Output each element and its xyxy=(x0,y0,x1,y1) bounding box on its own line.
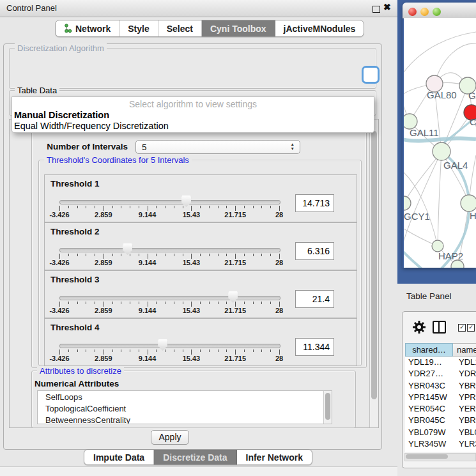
tick-label: 2.859 xyxy=(95,259,112,266)
close-traffic-light-icon[interactable] xyxy=(408,8,417,16)
scrollbar-thumb[interactable] xyxy=(371,131,377,399)
tab-cyni-toolbox[interactable]: Cyni Toolbox xyxy=(202,20,275,36)
slider-track[interactable] xyxy=(59,200,280,204)
tab-discretize-data[interactable]: Discretize Data xyxy=(154,450,236,464)
dropdown-prompt: Select algorithm to view settings xyxy=(12,99,374,109)
table-row[interactable]: YIL052CYIL0 xyxy=(405,450,476,452)
tick-label: 21.715 xyxy=(224,211,246,219)
threshold-label: Threshold 2 xyxy=(50,227,100,236)
attribute-item[interactable]: BetweennessCentrality xyxy=(38,414,332,424)
network-node xyxy=(461,195,476,211)
gear-icon[interactable] xyxy=(412,320,426,334)
table-row[interactable]: YLR345WYLR3 xyxy=(405,439,476,450)
cell-shared-name: YBL079W xyxy=(405,427,455,439)
network-view-frame: GAL80GACGAL11GAL4GCY1HHAP2 xyxy=(397,0,476,284)
threshold-panel-1: Threshold 1-3.4262.8599.14415.4321.71528… xyxy=(44,174,357,222)
zoom-traffic-light-icon[interactable] xyxy=(433,8,441,16)
attribute-item[interactable]: TopologicalCoefficient xyxy=(38,403,332,414)
scrollbar-thumb[interactable] xyxy=(406,454,448,459)
threshold-panel-2: Threshold 2-3.4262.8599.14415.4321.71528… xyxy=(44,222,357,270)
minimize-traffic-light-icon[interactable] xyxy=(420,8,429,16)
algorithm-combo-focus-ring[interactable] xyxy=(362,66,380,84)
table-horizontal-scrollbar[interactable] xyxy=(404,453,476,461)
table-row[interactable]: YDL19…YDL1 xyxy=(405,357,476,369)
column-header-shared-name[interactable]: shared… xyxy=(405,343,453,357)
tick-label: 21.715 xyxy=(224,259,246,266)
table-panel-titlebar: Table Panel xyxy=(397,284,476,308)
close-icon[interactable]: ✖ xyxy=(383,2,391,12)
tab-style[interactable]: Style xyxy=(119,20,158,36)
checkbox-icon[interactable]: ✓ xyxy=(467,324,475,332)
columns-icon[interactable] xyxy=(433,321,446,334)
tick-label: 9.144 xyxy=(139,355,157,362)
threshold-label: Threshold 1 xyxy=(50,179,100,188)
table-row[interactable]: YBR045CYBR0 xyxy=(405,415,476,427)
tick-label: -3.426 xyxy=(49,355,69,362)
attributes-scrollbar[interactable] xyxy=(323,391,332,424)
numerical-attributes-list[interactable]: SelfLoopsTopologicalCoefficientBetweenne… xyxy=(37,390,332,424)
attribute-item[interactable]: SelfLoops xyxy=(38,391,332,403)
apply-button[interactable]: Apply xyxy=(151,430,189,445)
threshold-panel-3: Threshold 3-3.4262.8599.14415.4321.71528… xyxy=(44,270,357,318)
threshold-value-field[interactable]: 21.4 xyxy=(295,290,334,308)
group-title: Table Data xyxy=(15,86,59,95)
float-window-icon[interactable] xyxy=(372,6,380,13)
cell-name: YBL0 xyxy=(455,427,476,439)
table-row[interactable]: YBL079WYBL0 xyxy=(405,427,476,439)
network-node xyxy=(404,196,411,210)
tab-jactivemnodules[interactable]: jActiveMNodules xyxy=(275,20,364,36)
tab-select[interactable]: Select xyxy=(158,20,202,36)
column-header-name[interactable]: name xyxy=(453,343,476,357)
slider-scale: -3.4262.8599.14415.4321.71528 xyxy=(59,259,279,266)
tick-label: 28 xyxy=(275,259,283,266)
spinner-value: 5 xyxy=(142,142,147,152)
scrollbar-thumb[interactable] xyxy=(325,393,330,420)
tick-label: 9.144 xyxy=(139,259,157,266)
cyni-toolbox-page: Discretization Algorithm Table Data galF… xyxy=(3,43,382,450)
tab-infer-network[interactable]: Infer Network xyxy=(237,450,312,464)
tick-label: 2.859 xyxy=(95,307,112,314)
settings-scrollbar[interactable] xyxy=(369,119,378,427)
tab-impute-data[interactable]: Impute Data xyxy=(84,450,154,464)
threshold-value-field[interactable]: 6.316 xyxy=(295,242,334,260)
slider-track[interactable] xyxy=(59,344,280,348)
tick-label: 15.43 xyxy=(183,307,201,314)
table-row[interactable]: YBR043CYBR0 xyxy=(405,381,476,392)
table-row[interactable]: YER054CYER0 xyxy=(405,404,476,415)
cell-name: YPR1 xyxy=(455,392,476,404)
group-title: Threshold's Coordinates for 5 Intervals xyxy=(44,155,192,165)
tab-label: Cyni Toolbox xyxy=(210,24,266,34)
discretization-algorithm-group: Discretization Algorithm xyxy=(9,48,376,89)
threshold-value-field[interactable]: 11.344 xyxy=(295,338,334,356)
tick-label: -3.426 xyxy=(49,259,69,266)
network-canvas[interactable]: GAL80GACGAL11GAL4GCY1HHAP2 xyxy=(404,18,476,268)
spinner-arrows-icon: ▲▼ xyxy=(291,142,295,151)
slider-scale: -3.4262.8599.14415.4321.71528 xyxy=(59,211,279,219)
slider-track[interactable] xyxy=(59,296,280,300)
network-window-titlebar[interactable] xyxy=(403,3,476,19)
cell-shared-name: YBR043C xyxy=(405,381,455,392)
threshold-label: Threshold 3 xyxy=(50,275,100,284)
tick-label: 21.715 xyxy=(224,355,246,362)
checkbox-icon[interactable]: ✓ xyxy=(458,324,466,332)
numerical-attributes-label: Numerical Attributes xyxy=(35,379,119,388)
table-row[interactable]: YPR145WYPR1 xyxy=(405,392,476,404)
tick-label: 15.43 xyxy=(183,211,201,219)
dropdown-option-equal-width[interactable]: Equal Width/Frequency Discretization xyxy=(14,121,169,131)
tick-label: 28 xyxy=(275,211,283,219)
cell-name: YDL1 xyxy=(455,357,476,369)
tab-network[interactable]: Network xyxy=(56,20,119,36)
tab-label: jActiveMNodules xyxy=(284,24,356,34)
number-of-intervals-spinner[interactable]: 5 ▲▼ xyxy=(135,140,300,154)
cell-name: YIL0 xyxy=(455,450,476,452)
dropdown-option-manual[interactable]: Manual Discretization xyxy=(14,110,109,120)
cell-shared-name: YIL052C xyxy=(405,450,455,452)
network-node-label: GA xyxy=(468,90,476,101)
tab-label: Select xyxy=(167,24,193,34)
tick-label: 21.715 xyxy=(224,307,246,314)
table-row[interactable]: YDR27…YDR2 xyxy=(405,369,476,380)
threshold-value-field[interactable]: 14.713 xyxy=(295,194,334,212)
slider-track[interactable] xyxy=(59,248,280,252)
cell-name: YBR0 xyxy=(455,381,476,392)
cell-shared-name: YLR345W xyxy=(405,439,455,450)
